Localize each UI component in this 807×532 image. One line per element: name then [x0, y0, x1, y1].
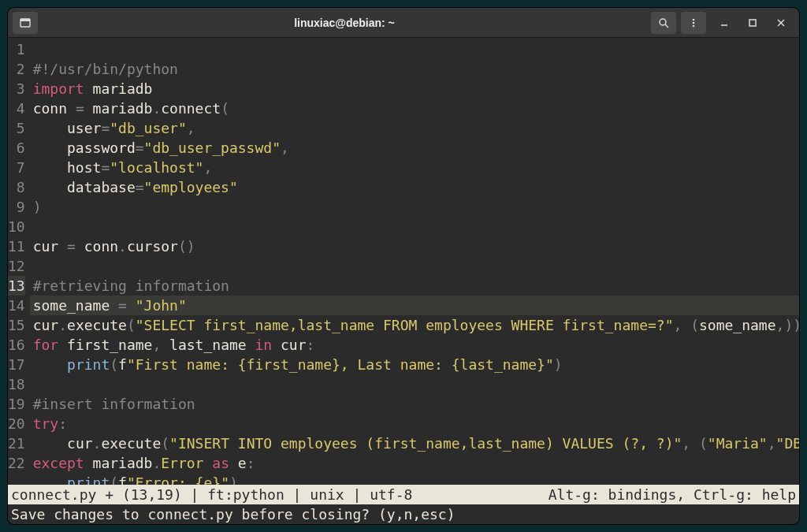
code-token: "db_user"	[110, 120, 187, 136]
code-token: "John"	[136, 297, 187, 314]
window-title: linuxiac@debian: ~	[43, 17, 646, 29]
code-token: "SELECT first_name,last_name FROM employ…	[136, 317, 674, 333]
code-token: "employees"	[144, 179, 238, 195]
code-token: mariadb	[84, 455, 153, 471]
code-token: :	[307, 337, 315, 353]
code-token: first_name	[58, 337, 152, 353]
line-number: 16	[8, 335, 25, 355]
code-token: mariadb	[93, 100, 153, 117]
code-token: (	[161, 435, 169, 452]
code-token: , (	[682, 435, 708, 452]
line-number: 11	[8, 236, 25, 256]
save-prompt[interactable]: Save changes to connect.py before closin…	[8, 504, 799, 524]
line-number: 8	[8, 177, 25, 197]
svg-point-5	[693, 21, 695, 24]
code-token: ,	[152, 337, 169, 353]
svg-line-3	[665, 24, 668, 28]
code-token: =	[101, 159, 110, 176]
line-number: 20	[8, 414, 25, 433]
code-token: )	[229, 474, 238, 485]
svg-rect-1	[20, 19, 30, 21]
code-token: cur	[33, 317, 59, 333]
code-token: =	[118, 297, 136, 314]
code-token: :	[58, 415, 67, 432]
svg-point-2	[660, 19, 666, 25]
code-token: some_name	[699, 317, 776, 333]
code-token: "db_user_passwd"	[144, 140, 281, 156]
line-number: 15	[8, 315, 25, 335]
code-token: "DB"	[776, 435, 799, 452]
code-token: "First name: {first_name}, Last name: {l…	[127, 356, 554, 373]
code-token: (	[110, 474, 118, 485]
code-token: ()	[178, 238, 195, 255]
code-token: f	[118, 474, 127, 485]
code-token: .	[152, 100, 161, 117]
code-token: "localhost"	[110, 159, 203, 176]
maximize-button[interactable]	[739, 12, 766, 34]
line-number: 14	[8, 296, 25, 315]
code-token: connect	[161, 100, 221, 117]
code-token: as	[212, 455, 229, 471]
status-left: connect.py + (13,19) | ft:python | unix …	[11, 486, 549, 503]
code-token: print	[67, 356, 110, 373]
search-button[interactable]	[651, 12, 676, 34]
line-number: 7	[8, 158, 25, 177]
code-token: (	[127, 317, 136, 333]
code-token: in	[255, 337, 272, 353]
line-number: 13	[8, 276, 25, 296]
code-token: (	[110, 356, 118, 373]
code-token: "Error: {e}"	[127, 474, 229, 485]
close-button[interactable]	[768, 12, 794, 34]
minimize-button[interactable]	[711, 12, 738, 34]
line-number: 22	[8, 453, 25, 473]
code-token: conn	[33, 100, 76, 117]
code-token: import	[33, 80, 84, 97]
line-number: 4	[8, 99, 25, 118]
titlebar: linuxiac@debian: ~	[8, 8, 799, 38]
code-token: ,	[203, 159, 212, 176]
editor-area[interactable]: 12345678910111213141516171819202122 #!/u…	[8, 38, 799, 485]
svg-rect-8	[749, 20, 756, 26]
menu-button[interactable]	[681, 12, 706, 34]
code-token: some_name	[33, 297, 118, 314]
status-bar: connect.py + (13,19) | ft:python | unix …	[8, 485, 799, 504]
line-number: 18	[8, 374, 25, 394]
window-controls	[711, 12, 794, 34]
svg-point-6	[693, 24, 695, 27]
line-number: 17	[8, 355, 25, 374]
new-tab-button[interactable]	[13, 12, 38, 34]
code-token: ,))	[776, 317, 799, 333]
code-token: user	[33, 120, 102, 136]
code-token: "Maria"	[708, 435, 768, 452]
line-number: 5	[8, 118, 25, 138]
svg-point-4	[693, 18, 695, 20]
status-right: Alt-g: bindings, Ctrl-g: help	[549, 486, 796, 503]
code-token: =	[67, 238, 84, 255]
line-number-gutter: 12345678910111213141516171819202122	[8, 38, 30, 485]
code-token: #!/usr/bin/python	[33, 61, 178, 77]
line-number: 3	[8, 79, 25, 99]
code-token: ,	[187, 120, 195, 136]
code-content[interactable]: #!/usr/bin/pythonimport mariadbconn = ma…	[30, 38, 799, 485]
code-token: #retrieving information	[33, 277, 229, 294]
code-token: last_name	[169, 337, 255, 353]
code-token: host	[33, 159, 102, 176]
line-number: 19	[8, 394, 25, 414]
prompt-text: Save changes to connect.py before closin…	[11, 506, 456, 523]
code-token: , (	[673, 317, 699, 333]
code-token: =	[136, 179, 144, 195]
terminal-window: linuxiac@debian: ~ 123456789101112131415…	[8, 8, 799, 524]
code-token: for	[33, 337, 59, 353]
code-token: database	[33, 179, 136, 195]
code-token: =	[76, 100, 93, 117]
code-token: Error	[161, 455, 212, 471]
code-token: .	[93, 435, 102, 452]
code-token: print	[67, 474, 110, 485]
code-token: execute	[67, 317, 127, 333]
code-token: )	[33, 199, 42, 215]
code-token: :	[247, 455, 255, 471]
code-token: "INSERT INTO employees (first_name,last_…	[169, 435, 682, 452]
code-token: =	[101, 120, 110, 136]
line-number: 21	[8, 433, 25, 453]
code-token: )	[554, 356, 563, 373]
